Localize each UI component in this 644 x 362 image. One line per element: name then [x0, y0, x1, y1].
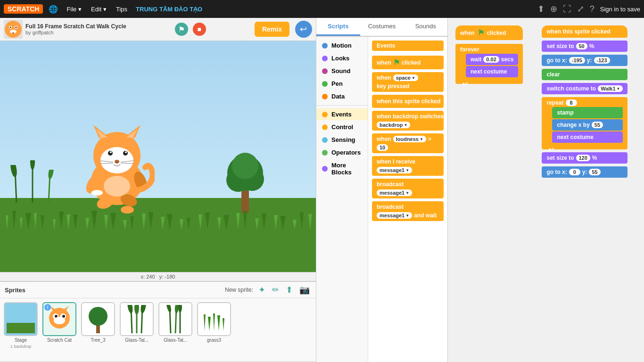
block-when-clicked[interactable]: when ⚑ clicked — [372, 56, 444, 69]
blocks-content: Motion Looks Sound Pen Data — [316, 37, 447, 362]
wait-block[interactable]: wait 0.02 secs — [466, 54, 518, 65]
forever-block[interactable]: forever wait 0.02 secs next costume — [455, 44, 523, 84]
file-menu[interactable]: File ▾ — [64, 6, 84, 13]
person-icon[interactable]: ⊕ — [550, 4, 557, 14]
svg-marker-106 — [208, 317, 211, 331]
upload-icon[interactable]: ⬆ — [537, 4, 545, 14]
control-dot — [322, 124, 328, 130]
change-x-val[interactable]: 55 — [592, 122, 603, 128]
svg-rect-44 — [0, 230, 316, 272]
svg-marker-66 — [66, 214, 70, 230]
svg-marker-54 — [167, 214, 173, 230]
set-size-block-2[interactable]: set size to 120 % — [542, 152, 627, 164]
go-to-x-val[interactable]: -195 — [569, 57, 585, 64]
topbar: SCRATCH 🌐 File ▾ Edit ▾ Tips TRUNG TÂM Đ… — [0, 0, 644, 18]
loudness-dropdown[interactable]: loudness ▼ — [393, 136, 426, 142]
backdrop-dropdown[interactable]: backdrop ▼ — [377, 122, 410, 128]
go-to-y-val[interactable]: -123 — [594, 57, 610, 64]
camera-sprite-icon[interactable]: 📷 — [298, 285, 311, 295]
sprite-item-grass3[interactable]: grass3 — [197, 302, 231, 349]
globe-icon[interactable]: 🌐 — [47, 5, 60, 14]
go-to-x-val-2[interactable]: 0 — [569, 169, 580, 175]
svg-marker-53 — [149, 212, 153, 230]
loudness-value[interactable]: 10 — [377, 144, 388, 151]
category-sound[interactable]: Sound — [316, 65, 368, 77]
info-badge[interactable]: i — [44, 304, 51, 311]
scratch-logo[interactable]: SCRATCH — [4, 4, 43, 14]
block-when-sprite-clicked[interactable]: when this sprite clicked — [372, 95, 444, 108]
events-header: Events — [372, 41, 444, 51]
set-size-block-1[interactable]: set size to 50 % — [542, 41, 627, 52]
go-to-y-val-2[interactable]: 55 — [589, 169, 600, 175]
upload-sprite-icon[interactable]: ⬆ — [284, 285, 294, 295]
category-sensing[interactable]: Sensing — [316, 134, 368, 146]
help-icon[interactable]: ? — [590, 4, 594, 14]
category-events[interactable]: Events — [316, 108, 368, 120]
stamp-block[interactable]: stamp — [552, 107, 623, 118]
block-when-backdrop-switches[interactable]: when backdrop switches to backdrop ▼ — [372, 111, 444, 131]
block-broadcast[interactable]: broadcast message1 ▼ — [372, 179, 444, 198]
paint-sprite-icon[interactable]: ✏ — [271, 285, 281, 295]
set-size-val-2[interactable]: 120 — [576, 155, 590, 161]
sprite-item-tree[interactable]: Tree_3 — [81, 302, 115, 349]
block-when-receive[interactable]: when I receive message1 ▼ — [372, 156, 444, 176]
category-operators[interactable]: Operators — [316, 147, 368, 158]
go-to-block[interactable]: go to x: -195 y: -123 — [542, 55, 627, 66]
change-x-block[interactable]: change x by 55 — [552, 119, 623, 131]
category-looks[interactable]: Looks — [316, 52, 368, 64]
repeat-val[interactable]: 8 — [566, 99, 577, 106]
when-sprite-clicked-hat[interactable]: when this sprite clicked — [542, 25, 627, 38]
fullscreen-icon[interactable]: ⛶ — [563, 4, 571, 14]
block-broadcast-wait[interactable]: broadcast message1 ▼ and wait — [372, 201, 444, 221]
sprite-item-scratch-cat[interactable]: i Scratch Cat — [42, 302, 76, 349]
go-to-block-2[interactable]: go to x: 0 y: 55 — [542, 166, 627, 178]
sprites-panel: Sprites New sprite: ✦ ✏ ⬆ 📷 Stage 1 back… — [0, 281, 316, 361]
category-pen[interactable]: Pen — [316, 78, 368, 90]
pen-dot — [322, 81, 328, 87]
costume-dropdown[interactable]: Walk1 ▼ — [598, 85, 623, 92]
next-costume-block-2[interactable]: next costume — [552, 132, 623, 143]
sprites-list: Stage 1 backdrop i — [0, 298, 316, 353]
key-dropdown[interactable]: space ▼ — [393, 74, 418, 81]
undo-button[interactable]: ↩ — [295, 21, 312, 38]
category-motion[interactable]: Motion — [316, 40, 368, 51]
remix-button[interactable]: Remix — [255, 22, 289, 37]
sprite-item-glass-tal-1[interactable]: Glass-Tal... — [120, 302, 154, 349]
set-size-val-1[interactable]: 50 — [576, 43, 587, 49]
switch-costume-block[interactable]: switch costume to Walk1 ▼ — [542, 83, 627, 94]
category-control[interactable]: Control — [316, 121, 368, 133]
tab-costumes[interactable]: Costumes — [360, 18, 404, 36]
sprites-label: Sprites — [5, 287, 25, 294]
broadcast-dropdown[interactable]: message1 ▼ — [377, 189, 412, 196]
green-flag-button[interactable]: ⚑ — [175, 23, 188, 36]
stage-canvas — [0, 41, 316, 272]
looks-dot — [322, 56, 328, 61]
svg-point-19 — [125, 151, 127, 153]
edit-menu[interactable]: Edit ▾ — [88, 6, 109, 13]
tab-sounds[interactable]: Sounds — [404, 18, 447, 36]
sprite-item-glass-tal-2[interactable]: Glass-Tal... — [158, 302, 192, 349]
next-costume-block-1[interactable]: next costume — [466, 66, 518, 77]
broadcast-wait-dropdown[interactable]: message1 ▼ — [377, 212, 412, 219]
repeat-block[interactable]: repeat 8 stamp change x by 55 — [542, 97, 627, 149]
svg-marker-79 — [308, 214, 312, 230]
receive-dropdown[interactable]: message1 ▼ — [377, 167, 412, 173]
main-layout: Full 16 Frame Scratch Cat Walk Cycle by … — [0, 18, 644, 362]
add-sprite-icon[interactable]: ✦ — [257, 285, 267, 295]
clear-block[interactable]: clear — [542, 69, 627, 80]
svg-point-31 — [91, 190, 103, 196]
block-when-key-pressed[interactable]: when space ▼ key pressed — [372, 72, 444, 92]
when-clicked-hat-1[interactable]: when ⚑ clicked — [455, 25, 523, 40]
expand-icon[interactable]: ⤢ — [577, 4, 584, 14]
sprite-item-stage[interactable]: Stage 1 backdrop — [4, 302, 38, 349]
tab-scripts[interactable]: Scripts — [316, 18, 360, 36]
svg-marker-64 — [34, 213, 37, 230]
block-when-loudness[interactable]: when loudness ▼ > 10 — [372, 133, 444, 153]
category-data[interactable]: Data — [316, 90, 368, 102]
scripts-area: when ⚑ clicked forever wait 0.02 secs — [448, 18, 644, 185]
wait-value[interactable]: 0.02 — [483, 56, 499, 63]
svg-point-97 — [134, 305, 139, 314]
category-more-blocks[interactable]: More Blocks — [316, 159, 368, 178]
stop-button[interactable]: ■ — [193, 23, 206, 36]
tips-menu[interactable]: Tips — [113, 6, 130, 13]
